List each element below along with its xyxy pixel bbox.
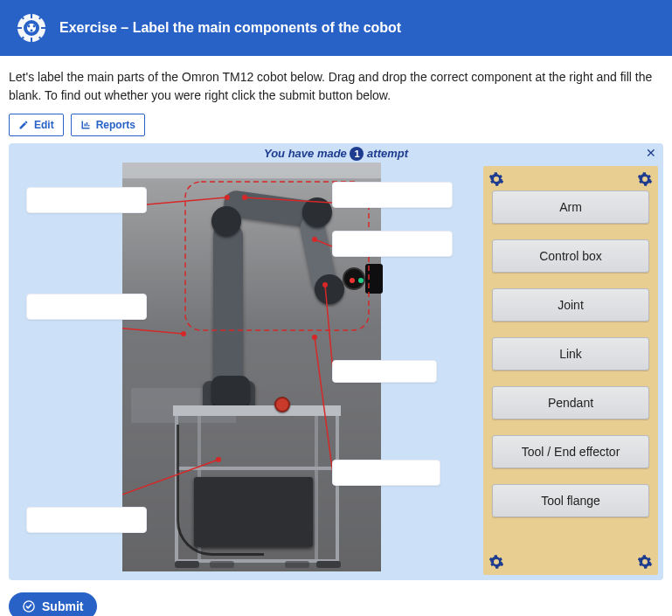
pencil-icon <box>18 120 29 130</box>
svg-point-13 <box>31 30 33 32</box>
edit-button[interactable]: Edit <box>9 114 64 136</box>
svg-point-12 <box>33 25 36 28</box>
drag-option-tool-flange[interactable]: Tool flange <box>492 484 649 517</box>
robot-link <box>213 224 243 390</box>
attempt-count: 1 <box>350 147 364 161</box>
drop-slot[interactable] <box>26 507 147 533</box>
drag-option-end-effector[interactable]: Tool / End effector <box>492 435 649 468</box>
gear-icon <box>488 554 504 570</box>
drop-slot[interactable] <box>332 460 440 486</box>
submit-button[interactable]: Submit <box>9 592 97 616</box>
cog-badge-icon <box>16 12 47 44</box>
status-prefix: You have made <box>264 147 347 160</box>
robot-gripper <box>365 264 383 294</box>
status-suffix: attempt <box>367 147 408 160</box>
robot-joint <box>302 197 332 227</box>
action-bar: Edit Reports <box>0 114 672 143</box>
e-stop-button <box>274 397 290 412</box>
chart-icon <box>80 120 91 130</box>
reports-label: Reports <box>96 119 135 131</box>
svg-rect-4 <box>17 27 22 29</box>
robot-end-effector <box>343 267 365 290</box>
drop-slot[interactable] <box>26 294 147 320</box>
check-circle-icon <box>23 600 35 613</box>
exercise-description: Let's label the main parts of the Omron … <box>0 56 672 114</box>
drop-slot[interactable] <box>26 187 147 213</box>
submit-label: Submit <box>42 599 83 613</box>
robot-joint <box>315 274 344 304</box>
drag-option-link[interactable]: Link <box>492 337 649 370</box>
close-icon[interactable]: ✕ <box>646 147 656 159</box>
drop-slot[interactable] <box>332 231 453 257</box>
drag-option-control-box[interactable]: Control box <box>492 239 649 273</box>
exercise-title: Exercise – Label the main components of … <box>59 20 401 36</box>
drop-slot[interactable] <box>332 360 437 383</box>
gear-icon <box>488 171 504 187</box>
robot-joint <box>211 206 241 236</box>
options-panel: Arm Control box Joint Link Pendant Tool … <box>483 166 658 575</box>
drag-option-arm[interactable]: Arm <box>492 190 649 224</box>
reports-button[interactable]: Reports <box>71 114 145 136</box>
drop-slot[interactable] <box>332 182 453 208</box>
drag-option-pendant[interactable]: Pendant <box>492 386 649 419</box>
cart-top <box>173 405 341 416</box>
svg-rect-5 <box>41 27 46 29</box>
drag-drop-stage: You have made 1 attempt ✕ <box>9 143 663 580</box>
attempt-status: You have made 1 attempt <box>9 143 663 164</box>
gear-icon <box>637 171 653 187</box>
gear-icon <box>637 554 653 570</box>
exercise-header: Exercise – Label the main components of … <box>0 0 672 56</box>
svg-rect-2 <box>31 13 32 18</box>
drag-option-joint[interactable]: Joint <box>492 288 649 322</box>
edit-label: Edit <box>34 119 54 131</box>
svg-point-11 <box>28 25 31 28</box>
svg-rect-3 <box>31 38 32 43</box>
robot-joint <box>211 376 250 407</box>
